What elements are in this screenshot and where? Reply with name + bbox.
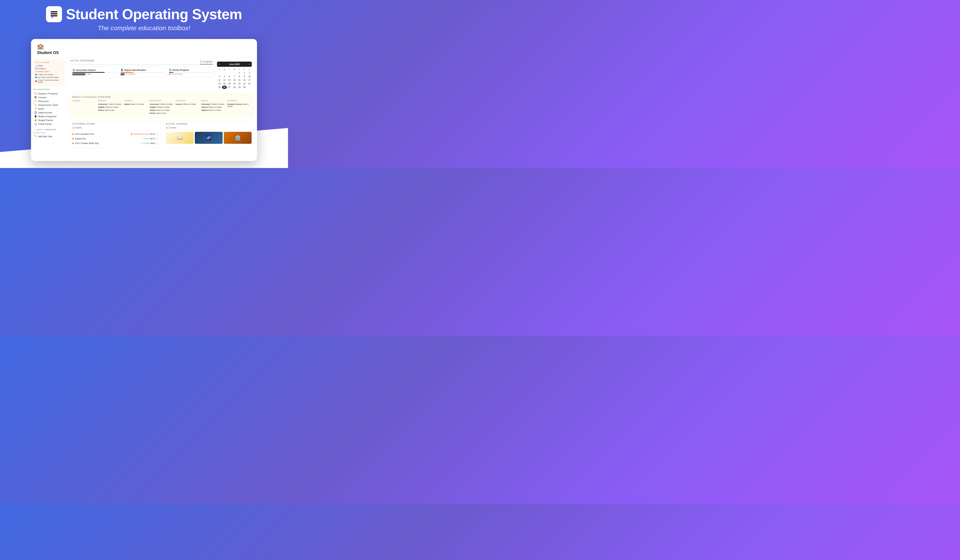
degree-spec-progress-fill bbox=[121, 72, 133, 73]
exam-1-checkbox[interactable] bbox=[156, 133, 158, 135]
quick-commands-section: ⚡ QUICK COMMANDS EDUCATION ✏️ Add New Ta… bbox=[34, 129, 64, 138]
exam-3-date: Sep 9 bbox=[150, 142, 155, 144]
exam-row-1[interactable]: ▶ Unit 3 Equations Test ⚠️ Overdue By 3 … bbox=[72, 132, 158, 136]
sidebar-item-assignments[interactable]: ✏️ Assignments | Tasks bbox=[34, 103, 64, 107]
cal-day-7[interactable]: 7 bbox=[232, 75, 237, 78]
quick-commands-title: ⚡ QUICK COMMANDS bbox=[34, 129, 64, 131]
sidebar-item-resources[interactable]: 📁 Resources bbox=[34, 99, 64, 103]
cal-day-16[interactable]: 16 bbox=[242, 78, 247, 82]
cal-day-9[interactable]: 9 bbox=[242, 75, 247, 78]
cal-day-27[interactable]: 27 bbox=[227, 86, 232, 89]
cal-day-3[interactable]: 3 bbox=[247, 71, 252, 75]
sidebar-item-degrees[interactable]: 📋 Degrees | Programs bbox=[34, 91, 64, 95]
programs-tab[interactable]: 📋 Programs bbox=[200, 60, 213, 64]
cal-day-4[interactable]: 4 bbox=[217, 75, 222, 78]
cal-day-13[interactable]: 13 bbox=[227, 78, 232, 82]
sunday-header: SUNDAY bbox=[72, 100, 97, 102]
exam-3-label: Unit 2 Creative Works Quiz bbox=[75, 142, 99, 144]
exam-2-checkbox[interactable] bbox=[156, 138, 158, 140]
cal-day-6[interactable]: 6 bbox=[227, 75, 232, 78]
sidebar-item-credit[interactable]: 📊 Credit Tracker bbox=[34, 122, 64, 126]
schedule-section-title: WEEKLY SCHEDULE OVERVIEW bbox=[72, 96, 251, 98]
degree-spec-icon: 👤 bbox=[121, 69, 123, 71]
program-card-degree-spec[interactable]: 👤 Degree Specification ███77777073076 bbox=[118, 66, 165, 77]
courses-tab[interactable]: 📋 Courses bbox=[166, 126, 251, 130]
calendar-month-year: June 2023 bbox=[229, 63, 240, 66]
cal-day-21[interactable]: 21 bbox=[232, 82, 237, 85]
sidebar-item-notes-label: Notes bbox=[38, 107, 44, 110]
cal-day-2[interactable]: 2 bbox=[242, 71, 247, 75]
card-title: Student OS bbox=[37, 50, 251, 55]
exam-2-date: Jun 31 bbox=[150, 138, 155, 139]
exam-3-checkbox[interactable] bbox=[156, 142, 158, 144]
sidebar-item-budget-label: Budget Tracker bbox=[38, 119, 53, 122]
add-task-item[interactable]: ✏️ Add New Task bbox=[34, 134, 64, 138]
nav-icon: 🧭 bbox=[34, 88, 36, 90]
cal-day-22[interactable]: 22 bbox=[237, 82, 242, 85]
online-progress-bar bbox=[169, 72, 211, 73]
sidebar-item-resources-label: Resources bbox=[38, 100, 49, 102]
cal-day-19[interactable]: 19 bbox=[222, 82, 227, 85]
resources-icon: 📁 bbox=[34, 100, 37, 102]
stats-icon: 📊 bbox=[35, 65, 38, 67]
exam-1-label: Unit 3 Equations Test bbox=[75, 133, 94, 135]
exams-tab[interactable]: 📋 Exams bbox=[72, 126, 158, 130]
monday-event-1: Astronomy 7:30am to 8:30am bbox=[98, 103, 123, 106]
cal-day-25[interactable]: 25 bbox=[217, 86, 222, 89]
cal-day-18[interactable]: 18 bbox=[217, 82, 222, 85]
cal-next-button[interactable]: › bbox=[249, 63, 250, 66]
exam-name-1: ▶ Unit 3 Equations Test bbox=[72, 133, 94, 135]
cal-prev-button[interactable]: ‹ bbox=[219, 63, 220, 66]
exam-status-3: ⏱ 74 Days Sep 9 bbox=[141, 142, 158, 144]
course-image-2[interactable]: 🌌 bbox=[195, 132, 222, 144]
online-percent: ■77777777711% bbox=[169, 73, 211, 75]
wednesday-event-3: Algebra 10am to 11:25am bbox=[150, 109, 174, 111]
cal-day-28[interactable]: 28 bbox=[232, 86, 237, 89]
cal-day-14[interactable]: 14 bbox=[232, 78, 237, 82]
cal-day-30[interactable]: 30 bbox=[242, 86, 247, 89]
cal-day-17[interactable]: 17 bbox=[247, 78, 252, 82]
active-programs-section: ACTIVE PROGRAMS 📋 Programs 🏛️ Associates… bbox=[70, 59, 213, 88]
weekday-w: W bbox=[232, 69, 237, 70]
cal-day-20[interactable]: 20 bbox=[227, 82, 232, 85]
calendar-widget: ‹ June 2023 › S M T W T F S bbox=[215, 59, 254, 91]
cal-day-1[interactable]: 1 bbox=[237, 71, 242, 75]
cal-day-empty5: - bbox=[247, 86, 252, 89]
main-content-area: ACTIVE PROGRAMS 📋 Programs 🏛️ Associates… bbox=[67, 57, 257, 161]
sidebar-item-courses[interactable]: 📚 Courses bbox=[34, 95, 64, 99]
cal-day-29[interactable]: 29 bbox=[237, 86, 242, 89]
cal-day-24[interactable]: 24 bbox=[247, 82, 252, 85]
calendar-weekdays: S M T W T F S bbox=[217, 69, 252, 70]
exams-tab-label: Exams bbox=[75, 126, 82, 129]
budget-icon: 💰 bbox=[34, 119, 37, 122]
cal-day-10[interactable]: 10 bbox=[247, 75, 252, 78]
sidebar-item-mobile[interactable]: 📱 Mobile Companion bbox=[34, 114, 64, 118]
sidebar-item-habits[interactable]: ↩️ Habits Archive bbox=[34, 110, 64, 114]
sidebar-item-notes[interactable]: 📝 Notes bbox=[34, 107, 64, 110]
card-header: 🏫 Student OS bbox=[31, 39, 257, 57]
course-image-3[interactable]: 🏛️ bbox=[224, 132, 251, 144]
cal-day-11[interactable]: 11 bbox=[217, 78, 222, 82]
exam-row-3[interactable]: ▶ Unit 2 Creative Works Quiz ⏱ 74 Days S… bbox=[72, 141, 158, 146]
courses-section-title: ACTIVE COURSES bbox=[166, 123, 251, 125]
upcoming-exams-section: UPCOMING EXAMS 📋 Exams ▶ Unit 3 Equation… bbox=[70, 121, 160, 148]
app-title: Student Operating System bbox=[66, 6, 242, 22]
thursday-header: THURSDAY bbox=[175, 100, 200, 102]
schedule-monday: MONDAY Astronomy 7:30am to 8:30am Englis… bbox=[98, 100, 123, 115]
cal-day-15[interactable]: 15 bbox=[237, 78, 242, 82]
monday-event-3: History 12pm to 1pm bbox=[98, 109, 123, 111]
program-card-online[interactable]: 🌐 Online Program ■77777777711% bbox=[166, 66, 213, 77]
cal-day-5[interactable]: 5 bbox=[222, 75, 227, 78]
exam-row-2[interactable]: ▶ English Test ✓ Today! Jun 31 bbox=[72, 136, 158, 141]
course-image-1[interactable]: 📖 bbox=[166, 132, 194, 144]
monday-event-2: English 8:35am to 9:35am bbox=[98, 106, 123, 109]
friday-event-3: Algebra 10am to 11:25am bbox=[201, 109, 226, 111]
task-essay: 3 Days To Write Your Next Essay! bbox=[35, 79, 62, 83]
program-card-associates[interactable]: 🏛️ Associates Degree ██████████77.85% bbox=[70, 66, 117, 77]
cal-day-8[interactable]: 8 bbox=[237, 75, 242, 78]
cal-day-26-today[interactable]: 26 bbox=[222, 86, 227, 89]
cal-day-12[interactable]: 12 bbox=[222, 78, 227, 82]
monday-header: MONDAY bbox=[98, 100, 123, 102]
cal-day-23[interactable]: 23 bbox=[242, 82, 247, 85]
sidebar-item-budget[interactable]: 💰 Budget Tracker bbox=[34, 118, 64, 122]
